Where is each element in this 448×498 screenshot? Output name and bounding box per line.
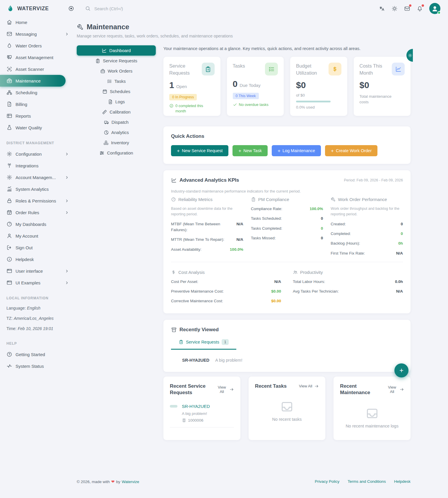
sidebar-item[interactable]: My Dashboards	[0, 218, 73, 230]
metric-label: Backlog (Hours):	[331, 241, 360, 246]
kpi-card-service-requests[interactable]: Service Requests 1Open 0 In Progress 0 c…	[163, 57, 220, 116]
subnav-item[interactable]: Configuration	[77, 148, 156, 158]
local-info-label: Time:	[6, 326, 16, 331]
subnav-item[interactable]: Service Requests	[77, 56, 156, 66]
sidebar-item[interactable]: UI Examples	[0, 277, 73, 289]
sidebar-local-info: Language: English TZ: America/Los_Angele…	[0, 303, 73, 334]
subnav-item-label: Inventory	[111, 140, 129, 145]
footer-copyright: © 2026, made with ❤ by Watervize	[77, 479, 139, 484]
terms-and-conditions-link[interactable]: Terms and Conditions	[348, 479, 386, 484]
global-search[interactable]	[85, 6, 373, 11]
metric-label: Asset Availability:	[171, 247, 201, 253]
search-input[interactable]	[94, 6, 194, 11]
kpi-card-costs-this-month[interactable]: Costs This Month $0 Total maintenance co…	[354, 57, 411, 116]
cost-analysis-section: Cost Analysis Cost Per Asset: N/A Preve	[171, 267, 281, 308]
subnav-item[interactable]: Work Orders	[77, 66, 156, 76]
messages-badge-dot	[409, 4, 411, 7]
create-work-order-button[interactable]: +Create Work Order	[325, 145, 377, 156]
subnav-item[interactable]: Analytics	[77, 127, 156, 138]
work-order-desc: Work order throughput and backlog for th…	[331, 206, 399, 217]
sidebar-item[interactable]: System Status	[0, 360, 73, 372]
sidebar-item[interactable]: Maintenance	[0, 75, 66, 87]
budget-of-label: of $0	[296, 93, 341, 97]
chevron-right-icon	[65, 281, 69, 285]
language-icon[interactable]	[379, 6, 385, 12]
sidebar-item[interactable]: Scheduling	[0, 87, 73, 98]
metric-label: Corrective Maintenance Cost:	[171, 298, 223, 304]
new-task-button[interactable]: +New Task	[232, 145, 268, 156]
clipboard-check-icon	[251, 197, 256, 202]
sidebar-item[interactable]: My Account	[0, 230, 73, 242]
user-avatar[interactable]	[429, 3, 440, 14]
theme-toggle-sun-icon[interactable]	[391, 6, 398, 12]
sidebar-help-list: Getting Started System Status	[0, 348, 73, 372]
kpi-unit: Open	[176, 84, 187, 89]
sidebar-item[interactable]: Water Quality	[0, 122, 73, 133]
check-icon	[233, 102, 237, 107]
helpdesk-link[interactable]: Helpdesk	[394, 479, 411, 484]
sidebar-item[interactable]: Asset Management	[0, 51, 73, 63]
view-all-link[interactable]: View All	[299, 383, 319, 390]
recent-tasks-card: Recent Tasks View All No recent tasks	[249, 377, 326, 440]
chevron-right-icon	[65, 152, 69, 156]
sidebar-item[interactable]: User interface	[0, 265, 73, 277]
metric-value: 0	[321, 226, 323, 231]
view-all-link[interactable]: View All	[217, 383, 234, 396]
view-all-link[interactable]: View All	[387, 383, 404, 396]
subnav-item[interactable]: Inventory	[77, 138, 156, 148]
sidebar-item[interactable]: Reports	[0, 110, 73, 122]
tab-service-requests[interactable]: Service Requests 1	[171, 339, 236, 350]
archive-icon	[171, 327, 177, 333]
quick-actions-buttons: +New Service Request +New Task +Log Main…	[171, 145, 403, 156]
productivity-rows: Total Labor Hours: 0.0h Avg Tasks Per Te…	[293, 279, 403, 295]
brand[interactable]: WATERVIZE	[6, 5, 62, 13]
sidebar-item-label: Configuration	[16, 152, 61, 157]
sidebar-item[interactable]: Messaging	[0, 28, 73, 40]
metric-row: Corrective Maintenance Cost: $0.00	[171, 298, 281, 304]
service-request-link[interactable]: SR-HYA2UED	[182, 404, 210, 409]
log-maintenance-button[interactable]: +Log Maintenance	[272, 145, 321, 156]
recent-cards-row: Recent Service Requests View All SR-HYA2…	[163, 377, 411, 440]
service-request-id[interactable]: SR-HYA2UED	[182, 358, 209, 363]
kpi-status-text: 0 completed this month	[175, 103, 212, 114]
sidebar-item[interactable]: System Analytics	[0, 183, 73, 195]
recently-viewed-card: Recently Viewed Service Requests 1 SR-HY…	[163, 320, 411, 372]
sidebar-item[interactable]: $ Billing	[0, 98, 73, 110]
notifications-bell-icon[interactable]	[417, 6, 423, 12]
in-progress-badge: 0 In Progress	[169, 94, 197, 100]
privacy-policy-link[interactable]: Privacy Policy	[315, 479, 339, 484]
metric-label: Total Labor Hours:	[293, 279, 325, 285]
subnav-item[interactable]: Dispatch	[77, 117, 156, 127]
chart-line-icon	[392, 63, 405, 75]
messages-icon[interactable]	[404, 6, 410, 12]
kpi-cards-row: Service Requests 1Open 0 In Progress 0 c…	[163, 57, 411, 116]
sidebar-item[interactable]: Order Rules	[0, 207, 73, 218]
new-service-request-button[interactable]: +New Service Request	[171, 145, 228, 156]
metric-value: 0.0h	[395, 279, 403, 285]
floating-add-button[interactable]: +	[394, 363, 408, 377]
subnav-item[interactable]: Logs	[77, 97, 156, 107]
sidebar-item[interactable]: Asset Scanner	[0, 63, 73, 75]
metric-value: N/A	[236, 237, 243, 243]
sidebar-item[interactable]: Integrations	[0, 160, 73, 171]
recently-viewed-item[interactable]: SR-HYA2UED A big problem!	[182, 358, 403, 363]
subnav-item[interactable]: Calibration	[77, 107, 156, 117]
subnav-item[interactable]: Tasks	[77, 76, 156, 86]
kpi-card-budget-utilization[interactable]: Budget Utilization $0 of $0 0.0% used	[290, 57, 347, 116]
plus-icon: +	[177, 148, 180, 153]
kpi-card-tasks[interactable]: Tasks 0Due Today 0 This Week No overdue …	[227, 57, 284, 116]
main-content: Maintenance Manage service requests, tas…	[77, 23, 411, 440]
menu-pin-toggle-icon[interactable]	[68, 5, 74, 12]
sidebar-item[interactable]: Helpdesk	[0, 253, 73, 265]
sidebar-item[interactable]: Getting Started	[0, 348, 73, 360]
sidebar-item[interactable]: Sign Out	[0, 242, 73, 253]
sidebar-item[interactable]: Configuration	[0, 148, 73, 160]
sidebar-item[interactable]: Water Orders	[0, 40, 73, 51]
watervize-footer-link[interactable]: Watervize	[122, 480, 139, 484]
sidebar-item[interactable]: Account Managem...	[0, 171, 73, 183]
pm-rows: Compliance Rate: 100.0% Tasks Scheduled:…	[251, 206, 323, 241]
subnav-item[interactable]: Dashboard	[77, 45, 156, 56]
sidebar-item[interactable]: Home	[0, 16, 73, 28]
sidebar-item[interactable]: Roles & Permissions	[0, 195, 73, 207]
subnav-item[interactable]: Schedules	[77, 86, 156, 97]
